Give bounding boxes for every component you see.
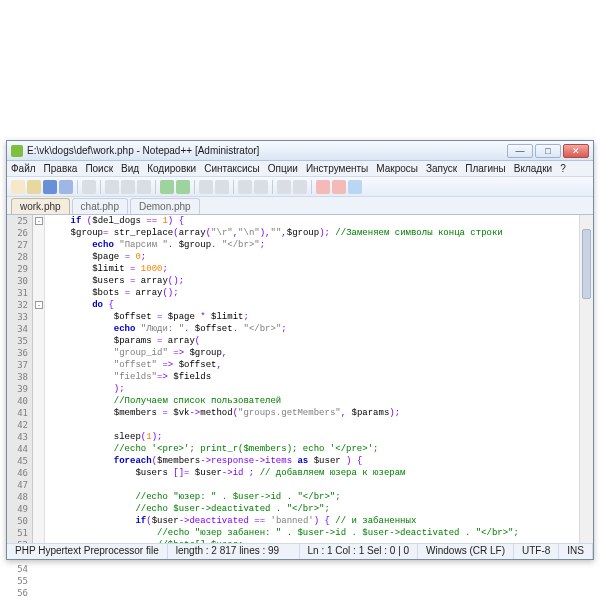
menu-help[interactable]: ? [560,161,566,176]
window-title: E:\vk\dogs\def\work.php - Notepad++ [Adm… [27,145,505,156]
showall-icon[interactable] [293,180,307,194]
menu-run[interactable]: Запуск [426,161,457,176]
menu-plugins[interactable]: Плагины [465,161,506,176]
tab-inactive-2[interactable]: Demon.php [130,198,200,214]
save-all-icon[interactable] [59,180,73,194]
statusbar: PHP Hypertext Preprocessor file length :… [7,543,593,559]
status-eol: Windows (CR LF) [418,544,514,559]
menu-view[interactable]: Вид [121,161,139,176]
wrap-icon[interactable] [277,180,291,194]
close-button[interactable]: ✕ [563,144,589,158]
menu-options[interactable]: Опции [268,161,298,176]
undo-icon[interactable] [160,180,174,194]
status-length: length : 2 817 lines : 99 [168,544,300,559]
play-icon[interactable] [348,180,362,194]
open-file-icon[interactable] [27,180,41,194]
toolbar [7,177,593,197]
menu-syntax[interactable]: Синтаксисы [204,161,260,176]
editor-area[interactable]: 2526272829303132333435363738394041424344… [7,215,593,543]
paste-icon[interactable] [137,180,151,194]
menubar: Файл Правка Поиск Вид Кодировки Синтакси… [7,161,593,177]
titlebar[interactable]: E:\vk\dogs\def\work.php - Notepad++ [Adm… [7,141,593,161]
menu-search[interactable]: Поиск [85,161,113,176]
status-filetype: PHP Hypertext Preprocessor file [7,544,168,559]
minimize-button[interactable]: — [507,144,533,158]
stop-icon[interactable] [332,180,346,194]
fold-icon[interactable]: - [35,301,43,309]
app-window: E:\vk\dogs\def\work.php - Notepad++ [Adm… [6,140,594,560]
maximize-button[interactable]: □ [535,144,561,158]
new-file-icon[interactable] [11,180,25,194]
status-mode: INS [559,544,593,559]
fold-icon[interactable]: - [35,217,43,225]
status-pos: Ln : 1 Col : 1 Sel : 0 | 0 [300,544,419,559]
find-icon[interactable] [199,180,213,194]
vertical-scrollbar[interactable] [579,215,593,543]
fold-column: - - [33,215,45,543]
tab-label: Demon.php [139,201,191,212]
menu-macros[interactable]: Макросы [376,161,418,176]
tab-active[interactable]: work.php [11,198,70,214]
copy-icon[interactable] [121,180,135,194]
zoom-in-icon[interactable] [238,180,252,194]
save-icon[interactable] [43,180,57,194]
app-icon [11,145,23,157]
zoom-out-icon[interactable] [254,180,268,194]
menu-file[interactable]: Файл [11,161,36,176]
menu-encoding[interactable]: Кодировки [147,161,196,176]
code-content[interactable]: if ($del_dogs == 1) { $group= str_replac… [45,215,593,543]
tabbar: work.php chat.php Demon.php [7,197,593,215]
replace-icon[interactable] [215,180,229,194]
record-icon[interactable] [316,180,330,194]
line-number-gutter: 2526272829303132333435363738394041424344… [7,215,33,543]
menu-tabs[interactable]: Вкладки [514,161,552,176]
menu-tools[interactable]: Инструменты [306,161,368,176]
menu-edit[interactable]: Правка [44,161,78,176]
tab-label: work.php [20,201,61,212]
redo-icon[interactable] [176,180,190,194]
tab-inactive-1[interactable]: chat.php [72,198,128,214]
print-icon[interactable] [82,180,96,194]
status-encoding: UTF-8 [514,544,559,559]
scrollbar-thumb[interactable] [582,229,591,299]
cut-icon[interactable] [105,180,119,194]
tab-label: chat.php [81,201,119,212]
